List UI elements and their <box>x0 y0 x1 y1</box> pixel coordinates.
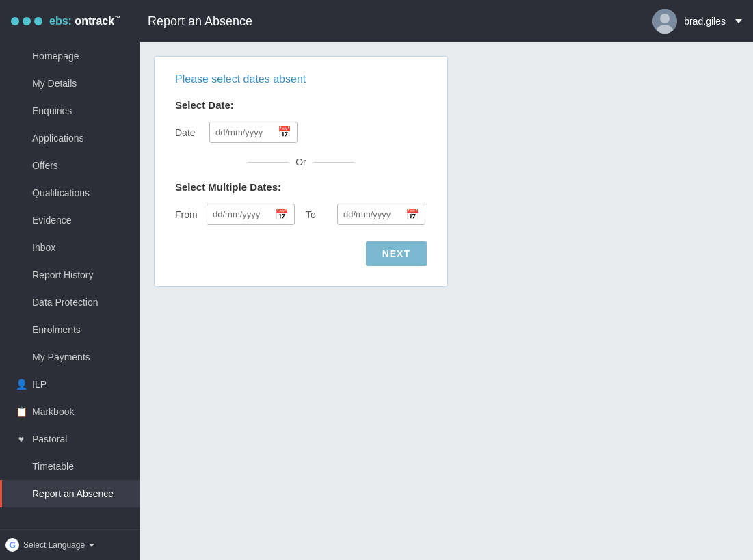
next-button[interactable]: NEXT <box>366 241 427 266</box>
sidebar: Homepage My Details Enquiries Applicatio… <box>0 42 140 560</box>
sidebar-item-report-absence[interactable]: Report an Absence <box>0 480 140 507</box>
logo-dots <box>11 17 42 25</box>
page-title: Report an Absence <box>148 14 652 29</box>
dot-1 <box>11 17 19 25</box>
from-date-input[interactable] <box>213 209 271 219</box>
svg-point-1 <box>660 14 670 23</box>
or-line-left <box>248 162 289 163</box>
from-date-input-wrap[interactable]: 📅 <box>207 204 295 225</box>
ilp-icon: 👤 <box>16 379 27 390</box>
to-label: To <box>306 209 330 220</box>
from-label: From <box>175 209 200 220</box>
multiple-date-row: From 📅 To 📅 <box>175 204 427 225</box>
logo-text: ebs: ontrack™ <box>49 15 120 27</box>
sidebar-item-data-protection[interactable]: Data Protection <box>0 289 140 316</box>
header: ebs: ontrack™ Report an Absence brad.gil… <box>0 0 753 42</box>
dot-3 <box>34 17 42 25</box>
sidebar-item-my-payments[interactable]: My Payments <box>0 343 140 371</box>
select-multiple-section-label: Select Multiple Dates: <box>175 181 427 193</box>
select-date-section-label: Select Date: <box>175 99 427 111</box>
content-area: Please select dates absent Select Date: … <box>140 42 753 560</box>
date-input-wrap[interactable]: 📅 <box>209 122 298 143</box>
sidebar-item-applications[interactable]: Applications <box>0 124 140 152</box>
sidebar-item-inbox[interactable]: Inbox <box>0 234 140 261</box>
user-area[interactable]: brad.giles <box>652 9 742 34</box>
sidebar-item-enquiries[interactable]: Enquiries <box>0 97 140 124</box>
sidebar-item-markbook[interactable]: 📋 Markbook <box>0 398 140 425</box>
google-g-icon: G <box>5 538 19 552</box>
avatar <box>652 9 677 34</box>
absence-form-card: Please select dates absent Select Date: … <box>154 56 448 287</box>
to-date-input[interactable] <box>343 209 401 219</box>
language-label: Select Language <box>23 540 85 550</box>
sidebar-item-evidence[interactable]: Evidence <box>0 206 140 234</box>
date-label: Date <box>175 127 202 138</box>
main-layout: Homepage My Details Enquiries Applicatio… <box>0 42 753 560</box>
or-text: Or <box>295 157 306 168</box>
dot-2 <box>23 17 31 25</box>
sidebar-item-enrolments[interactable]: Enrolments <box>0 316 140 343</box>
form-heading: Please select dates absent <box>175 73 427 85</box>
user-menu-chevron[interactable] <box>735 19 742 23</box>
sidebar-item-qualifications[interactable]: Qualifications <box>0 179 140 206</box>
or-line-right <box>313 162 354 163</box>
date-input[interactable] <box>215 127 274 137</box>
single-date-row: Date 📅 <box>175 122 427 143</box>
markbook-icon: 📋 <box>16 406 27 417</box>
logo-area: ebs: ontrack™ <box>11 15 148 27</box>
sidebar-item-homepage[interactable]: Homepage <box>0 42 140 70</box>
pastoral-icon: ♥ <box>16 434 27 444</box>
sidebar-item-timetable[interactable]: Timetable <box>0 453 140 480</box>
sidebar-item-report-history[interactable]: Report History <box>0 261 140 289</box>
sidebar-item-ilp[interactable]: 👤 ILP <box>0 371 140 398</box>
username: brad.giles <box>684 16 726 27</box>
or-divider: Or <box>175 157 427 168</box>
from-calendar-icon[interactable]: 📅 <box>275 208 289 221</box>
date-calendar-icon[interactable]: 📅 <box>278 126 291 139</box>
to-date-input-wrap[interactable]: 📅 <box>337 204 425 225</box>
language-arrow-icon <box>89 544 94 547</box>
sidebar-item-offers[interactable]: Offers <box>0 152 140 179</box>
to-calendar-icon[interactable]: 📅 <box>406 208 419 221</box>
language-selector[interactable]: G Select Language <box>0 529 140 560</box>
sidebar-item-pastoral[interactable]: ♥ Pastoral <box>0 425 140 453</box>
sidebar-item-my-details[interactable]: My Details <box>0 70 140 97</box>
button-row: NEXT <box>175 241 427 266</box>
